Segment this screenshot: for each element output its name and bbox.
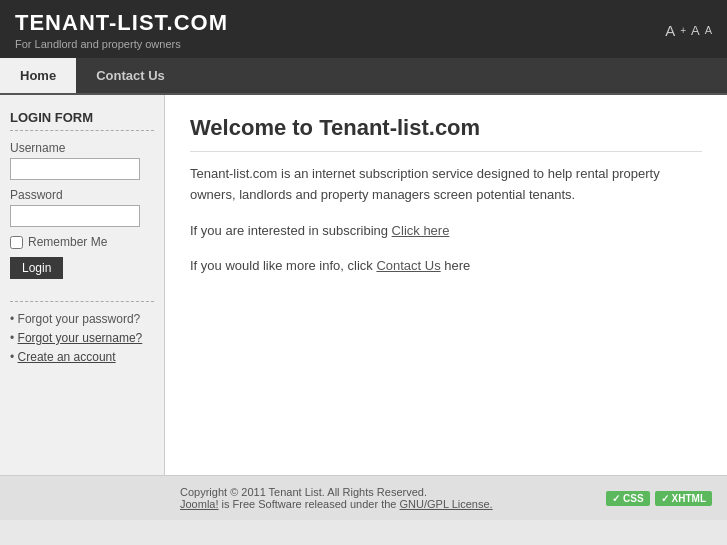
- login-button[interactable]: Login: [10, 257, 63, 279]
- joomla-mid: is Free Software released under the: [219, 498, 400, 510]
- xhtml-label: XHTML: [672, 493, 706, 504]
- site-title: TENANT-LIST.COM: [15, 10, 228, 36]
- font-large-btn[interactable]: A: [665, 22, 675, 39]
- gnugpl-link[interactable]: GNU/GPL License.: [400, 498, 493, 510]
- bullet-3: •: [10, 350, 18, 364]
- moreinfo-paragraph: If you would like more info, click Conta…: [190, 256, 702, 277]
- css-label: CSS: [623, 493, 644, 504]
- layout: LOGIN FORM Username Password Remember Me…: [0, 95, 727, 475]
- nav: Home Contact Us: [0, 58, 727, 95]
- joomla-link[interactable]: Joomla!: [180, 498, 219, 510]
- subscribe-paragraph: If you are interested in subscribing Cli…: [190, 221, 702, 242]
- nav-item-home[interactable]: Home: [0, 58, 76, 93]
- contact-us-link[interactable]: Contact Us: [376, 258, 440, 273]
- font-medium-btn[interactable]: A: [691, 23, 700, 38]
- moreinfo-text-after: here: [441, 258, 471, 273]
- main-content: Welcome to Tenant-list.com Tenant-list.c…: [165, 95, 727, 475]
- bullet-1: •: [10, 312, 18, 326]
- password-input[interactable]: [10, 205, 140, 227]
- xhtml-badge: ✓ XHTML: [655, 491, 712, 506]
- nav-item-contact[interactable]: Contact Us: [76, 58, 185, 93]
- header: TENANT-LIST.COM For Landlord and propert…: [0, 0, 727, 58]
- subscribe-text-before: If you are interested in subscribing: [190, 223, 392, 238]
- xhtml-checkmark: ✓: [661, 493, 669, 504]
- site-subtitle: For Landlord and property owners: [15, 38, 228, 50]
- username-input[interactable]: [10, 158, 140, 180]
- font-small-btn[interactable]: A: [705, 24, 712, 36]
- css-checkmark: ✓: [612, 493, 620, 504]
- remember-me-checkbox[interactable]: [10, 236, 23, 249]
- moreinfo-text-before: If you would like more info, click: [190, 258, 376, 273]
- username-label: Username: [10, 141, 154, 155]
- forgot-username-anchor[interactable]: Forgot your username?: [18, 331, 143, 345]
- login-form-title: LOGIN FORM: [10, 110, 154, 131]
- forgot-password-text: Forgot your password?: [18, 312, 141, 326]
- main-heading: Welcome to Tenant-list.com: [190, 115, 702, 152]
- header-left: TENANT-LIST.COM For Landlord and propert…: [15, 10, 228, 50]
- create-account-link[interactable]: • Create an account: [10, 350, 154, 364]
- css-badge: ✓ CSS: [606, 491, 650, 506]
- main-paragraph1: Tenant-list.com is an internet subscript…: [190, 164, 702, 206]
- remember-me-row: Remember Me: [10, 235, 154, 249]
- footer: Copyright © 2011 Tenant List. All Rights…: [0, 475, 727, 520]
- remember-me-label: Remember Me: [28, 235, 107, 249]
- click-here-link[interactable]: Click here: [392, 223, 450, 238]
- badges: ✓ CSS ✓ XHTML: [606, 491, 712, 506]
- sidebar-divider: [10, 301, 154, 302]
- footer-text: Copyright © 2011 Tenant List. All Rights…: [180, 486, 493, 510]
- font-large-sup: +: [680, 25, 686, 36]
- password-label: Password: [10, 188, 154, 202]
- joomla-line: Joomla! is Free Software released under …: [180, 498, 493, 510]
- font-controls: A+ A A: [665, 22, 712, 39]
- copyright-text: Copyright © 2011 Tenant List. All Rights…: [180, 486, 493, 498]
- forgot-username-link[interactable]: • Forgot your username?: [10, 331, 154, 345]
- bullet-2: •: [10, 331, 18, 345]
- forgot-password-link: • Forgot your password?: [10, 312, 154, 326]
- create-account-anchor[interactable]: Create an account: [18, 350, 116, 364]
- sidebar: LOGIN FORM Username Password Remember Me…: [0, 95, 165, 475]
